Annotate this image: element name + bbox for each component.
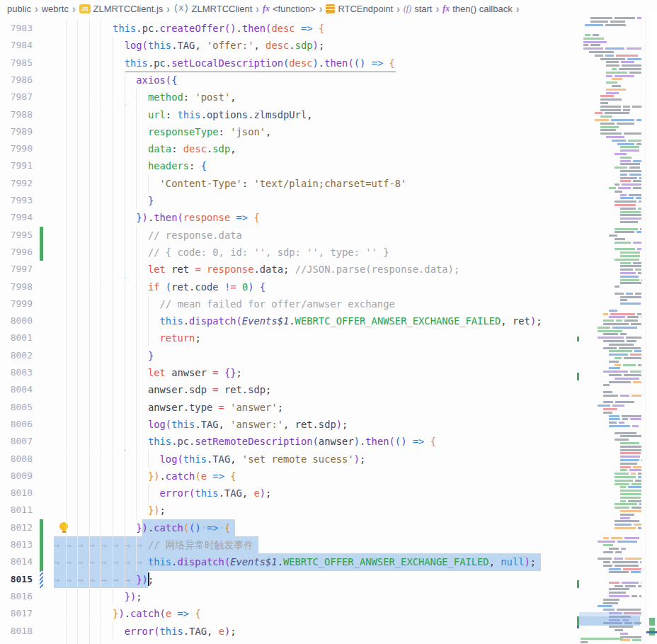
code-line[interactable]: let anwser = {}; bbox=[54, 364, 242, 381]
line-number[interactable]: 7993 bbox=[0, 192, 33, 209]
code-editor[interactable]: this.pc.createOffer().then(desc => { log… bbox=[0, 16, 575, 644]
line-number[interactable]: 7989 bbox=[0, 123, 33, 140]
line-number[interactable]: 8013 bbox=[0, 536, 33, 553]
code-line[interactable]: } bbox=[54, 192, 154, 209]
line-number[interactable]: 8007 bbox=[0, 433, 33, 450]
line-number[interactable]: 7996 bbox=[0, 244, 33, 261]
line-number[interactable]: 7984 bbox=[0, 37, 33, 54]
breadcrumb-item-zlmrtcclient[interactable]: (x)ZLMRTCClient bbox=[173, 4, 252, 14]
code-token: () bbox=[395, 436, 407, 447]
line-number[interactable]: 8006 bbox=[0, 416, 33, 433]
code-line[interactable]: return; bbox=[54, 329, 201, 346]
line-number[interactable]: 8016 bbox=[0, 588, 33, 605]
indent-guide bbox=[89, 605, 90, 622]
code-line[interactable]: // { code: 0, id: '', sdp: '', type: '' … bbox=[54, 244, 389, 261]
line-number[interactable]: 7992 bbox=[0, 175, 33, 192]
line-number[interactable]: 8017 bbox=[0, 605, 33, 622]
code-line[interactable]: }).then(response => { bbox=[54, 209, 260, 226]
code-line[interactable]: anwser.type = 'answer'; bbox=[54, 399, 283, 416]
minimap[interactable] bbox=[576, 11, 646, 644]
line-number[interactable]: 7995 bbox=[0, 227, 33, 244]
code-line[interactable]: this.pc.createOffer().then(desc => { bbox=[54, 20, 324, 37]
line-number[interactable]: 8001 bbox=[0, 329, 33, 346]
code-line[interactable]: 'Content-Type': 'text/plain;charset=utf-… bbox=[54, 175, 406, 192]
code-line[interactable]: log(this.TAG, 'answer:', ret.sdp); bbox=[54, 416, 348, 433]
breadcrumb-item-rtcendpoint[interactable]: RTCEndpoint bbox=[326, 4, 393, 14]
minimap-line bbox=[581, 374, 644, 376]
line-number[interactable]: 7983 bbox=[0, 20, 33, 37]
line-number[interactable]: 8009 bbox=[0, 468, 33, 485]
code-line[interactable]: }); bbox=[54, 640, 130, 644]
code-line[interactable]: } bbox=[54, 347, 154, 364]
line-number[interactable]: 7998 bbox=[0, 278, 33, 295]
chevron-right-icon: › bbox=[163, 2, 173, 15]
indent-guide bbox=[89, 295, 90, 312]
code-line[interactable]: // mean failed for offer/anwser exchange bbox=[54, 295, 395, 312]
line-number[interactable]: 7988 bbox=[0, 106, 33, 123]
indent-guide bbox=[113, 381, 113, 398]
line-number[interactable]: 8014 bbox=[0, 553, 33, 570]
code-line[interactable]: →→→→→→→}); bbox=[54, 571, 154, 588]
line-number[interactable]: 8008 bbox=[0, 451, 33, 468]
code-line[interactable]: }).catch(e => { bbox=[54, 605, 201, 622]
code-line[interactable]: }).catch(e => { bbox=[54, 468, 236, 485]
line-number[interactable]: 7994 bbox=[0, 209, 33, 226]
indent-guide bbox=[77, 502, 78, 519]
breadcrumb-item-start[interactable]: (f)start bbox=[404, 4, 433, 14]
minimap-line bbox=[581, 180, 644, 182]
line-number[interactable]: 8005 bbox=[0, 399, 33, 416]
line-number[interactable]: 7985 bbox=[0, 55, 33, 72]
overview-ruler[interactable] bbox=[646, 11, 657, 644]
code-line[interactable]: anwser.sdp = ret.sdp; bbox=[54, 381, 271, 398]
code-line[interactable]: method: 'post', bbox=[54, 89, 236, 106]
code-line[interactable]: if (ret.code != 0) { bbox=[54, 278, 265, 295]
line-number[interactable]: 7999 bbox=[0, 295, 33, 312]
line-number[interactable]: 8010 bbox=[0, 485, 33, 502]
line-number[interactable]: 8018 bbox=[0, 623, 33, 640]
line-number[interactable]: 8019 bbox=[0, 640, 33, 644]
minimap-line bbox=[581, 320, 644, 322]
breadcrumb-item-webrtc[interactable]: webrtc bbox=[42, 4, 69, 14]
code-line[interactable]: log(this.TAG, 'offer:', desc.sdp); bbox=[54, 37, 324, 54]
breadcrumb-item--function-[interactable]: fx<function> bbox=[263, 4, 316, 14]
breadcrumb-item-then-callback[interactable]: fxthen() callback bbox=[442, 4, 513, 14]
breadcrumb-item-zlmrtcclient-js[interactable]: JSZLMRTCClient.js bbox=[79, 4, 164, 14]
line-number[interactable]: 7990 bbox=[0, 140, 33, 157]
code-line[interactable]: error(this.TAG, e); bbox=[54, 485, 271, 502]
tab-whitespace-icon: → bbox=[54, 536, 66, 553]
code-line[interactable]: error(this.TAG, e); bbox=[54, 623, 236, 640]
code-line[interactable]: →→→→→→→→// 网络异常时触发事件 bbox=[54, 536, 253, 553]
line-number[interactable]: 7986 bbox=[0, 72, 33, 89]
code-line[interactable]: }); bbox=[54, 502, 166, 519]
line-number[interactable]: 7997 bbox=[0, 261, 33, 278]
code-line[interactable]: url: this.options.zlmsdpUrl, bbox=[54, 106, 313, 123]
line-number[interactable]: 8012 bbox=[0, 519, 33, 536]
code-line[interactable]: this.pc.setRemoteDescription(anwser).the… bbox=[54, 433, 436, 450]
line-number[interactable]: 8015 bbox=[0, 571, 33, 588]
code-line[interactable]: log(this.TAG, 'set remote sucess'); bbox=[54, 451, 365, 468]
line-number[interactable]: 8004 bbox=[0, 381, 33, 398]
breadcrumb-label: <function> bbox=[273, 4, 316, 14]
indent-guide bbox=[66, 433, 67, 450]
code-line[interactable]: headers: { bbox=[54, 157, 207, 174]
code-line[interactable]: }).catch(()·=>·{ bbox=[54, 519, 230, 536]
line-number[interactable]: 8003 bbox=[0, 364, 33, 381]
code-token: TAG bbox=[212, 453, 230, 465]
code-line[interactable]: data: desc.sdp, bbox=[54, 140, 236, 157]
code-line[interactable]: let ret = response.data; //JSON.parse(re… bbox=[54, 261, 459, 278]
code-line[interactable]: this.dispatch(Events$1.WEBRTC_OFFER_ANWS… bbox=[54, 312, 542, 329]
line-number[interactable]: 8002 bbox=[0, 347, 33, 364]
indent-guide bbox=[77, 278, 78, 295]
line-number[interactable]: 8000 bbox=[0, 312, 33, 329]
code-line[interactable]: }); bbox=[54, 588, 142, 605]
code-line[interactable]: // response.data bbox=[54, 227, 242, 244]
line-number[interactable]: 8011 bbox=[0, 502, 33, 519]
code-line[interactable]: responseType: 'json', bbox=[54, 123, 271, 140]
code-line[interactable]: this.pc.setLocalDescription(desc).then((… bbox=[54, 55, 395, 72]
code-line[interactable]: →→→→→→→→this.dispatch(Events$1.WEBRTC_OF… bbox=[54, 553, 536, 570]
breadcrumb-item-public[interactable]: public bbox=[7, 4, 31, 14]
line-number[interactable]: 7991 bbox=[0, 157, 33, 174]
code-token: { bbox=[319, 23, 324, 34]
code-line[interactable]: axios({ bbox=[54, 72, 177, 89]
line-number[interactable]: 7987 bbox=[0, 89, 33, 106]
